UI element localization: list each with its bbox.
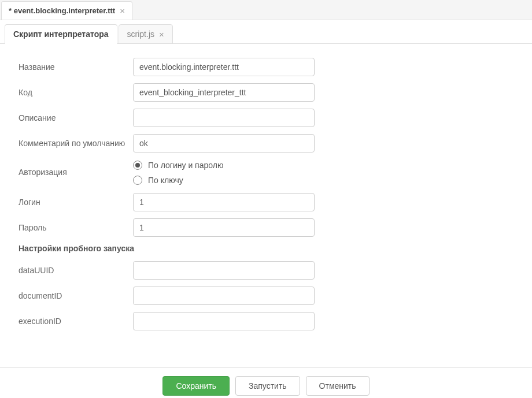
auth-radio-by-key[interactable]: По ключу: [133, 176, 223, 185]
description-label: Описание: [19, 113, 133, 122]
inner-tabs: Скрипт интерпретатора script.js ×: [0, 20, 532, 44]
login-input[interactable]: [133, 193, 315, 211]
document-id-input[interactable]: [133, 287, 315, 305]
default-comment-input[interactable]: [133, 134, 315, 152]
execution-id-label: executionID: [19, 317, 133, 326]
auth-radio-by-login[interactable]: По логину и паролю: [133, 161, 223, 170]
execution-id-input[interactable]: [133, 312, 315, 330]
save-button[interactable]: Сохранить: [162, 376, 230, 396]
auth-option-label: По ключу: [148, 176, 183, 185]
inner-tab-label: script.js: [127, 29, 154, 39]
close-icon[interactable]: ×: [120, 6, 125, 15]
description-input[interactable]: [133, 109, 315, 127]
code-label: Код: [19, 88, 133, 97]
default-comment-label: Комментарий по умолчанию: [19, 139, 133, 148]
form-content: Название Код Описание Комментарий по умо…: [0, 44, 532, 367]
auth-option-label: По логину и паролю: [148, 161, 223, 170]
password-input[interactable]: [133, 218, 315, 237]
document-id-label: documentID: [19, 291, 133, 300]
outer-tab[interactable]: * event.blocking.interpreter.ttt ×: [1, 1, 132, 20]
radio-icon: [133, 161, 142, 170]
password-label: Пароль: [19, 223, 133, 232]
code-input[interactable]: [133, 83, 315, 102]
inner-tab-label: Скрипт интерпретатора: [13, 29, 109, 39]
radio-icon: [133, 176, 142, 185]
auth-label: Авторизация: [19, 159, 133, 177]
run-button[interactable]: Запустить: [235, 376, 300, 396]
data-uuid-input[interactable]: [133, 261, 315, 280]
outer-tabs: * event.blocking.interpreter.ttt ×: [0, 0, 532, 20]
tab-script-js[interactable]: script.js ×: [119, 24, 173, 44]
login-label: Логин: [19, 198, 133, 207]
tab-interpreter-script[interactable]: Скрипт интерпретатора: [5, 24, 117, 44]
footer-actions: Сохранить Запустить Отменить: [0, 367, 532, 398]
cancel-button[interactable]: Отменить: [306, 376, 370, 396]
outer-tab-title: * event.blocking.interpreter.ttt: [9, 6, 115, 15]
name-label: Название: [19, 62, 133, 72]
name-input[interactable]: [133, 58, 315, 76]
close-icon[interactable]: ×: [159, 30, 164, 39]
trial-settings-header: Настройки пробного запуска: [19, 244, 513, 253]
data-uuid-label: dataUUID: [19, 266, 133, 275]
auth-radio-group: По логину и паролю По ключу: [133, 159, 223, 186]
